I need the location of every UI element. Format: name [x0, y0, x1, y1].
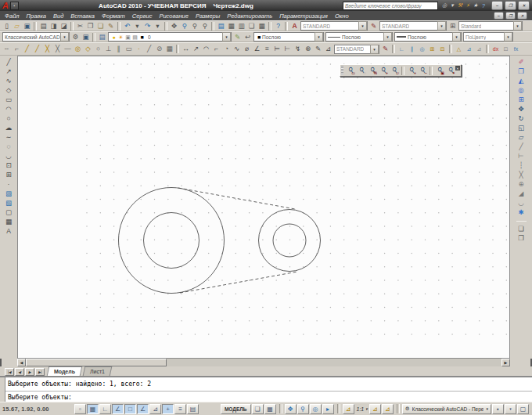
prev-tab-button[interactable]: ◀	[15, 368, 24, 376]
zoom-dynamic-icon[interactable]: ⚲◌	[356, 65, 367, 77]
dim-arc-length-icon[interactable]: ◠	[201, 45, 211, 54]
selected-tangent-line[interactable]	[180, 272, 297, 293]
doc-close-button[interactable]: ✕	[517, 12, 527, 20]
chevron-down-icon[interactable]: ▾	[452, 32, 461, 42]
snap-center-icon[interactable]: ◎	[73, 45, 83, 54]
chevron-down-icon[interactable]: ▾	[315, 32, 323, 42]
point-icon[interactable]: ·	[4, 179, 14, 189]
circle-icon[interactable]: ○	[4, 114, 14, 123]
zoom-out-icon[interactable]: ⚲−	[417, 65, 428, 77]
dynamic-input-toggle[interactable]: +	[162, 404, 174, 414]
menu-view[interactable]: Вид	[53, 13, 63, 20]
toolbar-drag-handle[interactable]	[341, 66, 343, 75]
zoom-previous-icon[interactable]: ⚲	[200, 21, 210, 31]
layer-properties-icon[interactable]: ▤	[97, 32, 107, 42]
chevron-down-icon[interactable]: ▾	[370, 45, 379, 54]
hatch-icon[interactable]: ▨	[4, 189, 14, 198]
command-prompt-line[interactable]: Выберите объекты:	[8, 394, 529, 401]
tool-palettes-icon[interactable]: ▥	[236, 21, 246, 31]
drawing-svg[interactable]	[18, 56, 511, 359]
lineweight-combo[interactable]: Послою ▾	[394, 32, 462, 42]
extend-icon[interactable]: ⊢	[516, 151, 527, 161]
snap-toggle[interactable]: ▫	[74, 404, 86, 414]
menu-parametric[interactable]: Параметризация	[279, 13, 328, 20]
offset-icon[interactable]: ◎	[516, 85, 527, 95]
chevron-down-icon[interactable]: ▾	[383, 32, 392, 42]
move-icon[interactable]: ✥	[516, 104, 527, 114]
layer-freeze-icon[interactable]: ☀	[117, 32, 124, 42]
chevron-down-icon[interactable]: ▾	[513, 21, 522, 31]
layer-combo[interactable]: ●☀▣▤■ 0 ▾	[108, 32, 232, 42]
chevron-down-icon[interactable]: ▾	[504, 32, 512, 42]
make-object-layer-current-icon[interactable]: ✎	[232, 32, 243, 42]
layer-color-swatch[interactable]: ■	[138, 32, 146, 42]
insert-block-icon[interactable]: ⊡	[4, 161, 14, 170]
polar-tracking-toggle[interactable]: ∠	[112, 404, 124, 414]
dimension-style-icon[interactable]: ✎	[380, 45, 390, 54]
scroll-right-icon[interactable]: ▶	[501, 359, 510, 366]
revision-cloud-icon[interactable]: ☁	[4, 123, 14, 132]
redo-dropdown[interactable]: ▾	[153, 21, 163, 31]
snap-nearest-icon[interactable]: ╱	[144, 45, 154, 54]
ellipse-arc-icon[interactable]: ◡	[4, 151, 14, 161]
command-window[interactable]: Выберите объекты: найдено: 1, всего: 2 В…	[0, 376, 532, 402]
dim-style-combo[interactable]: STANDARD ▾	[379, 21, 447, 31]
menu-tools[interactable]: Сервис	[132, 13, 153, 20]
snap-apparent-intersection-icon[interactable]: ╳	[52, 45, 63, 54]
break-at-point-icon[interactable]: ┆	[516, 161, 527, 170]
menu-edit[interactable]: Правка	[27, 13, 46, 20]
dimensional-constraint-icon[interactable]: △	[454, 45, 464, 54]
drawing-circle[interactable]	[273, 224, 306, 257]
layer-plot-icon[interactable]: ▤	[131, 32, 138, 42]
quick-properties-toggle[interactable]: ▤	[187, 404, 199, 414]
status-zoom-icon[interactable]: ⚲	[297, 404, 309, 414]
chevron-down-icon[interactable]: ▾	[222, 32, 231, 42]
line-icon[interactable]: ╱	[4, 57, 14, 67]
object-snap-toggle[interactable]: □	[124, 404, 136, 414]
dim-radius-icon[interactable]: ◔	[221, 45, 232, 54]
workspace-settings-icon[interactable]: ⚙	[70, 32, 81, 42]
chamfer-icon[interactable]: ◢	[516, 189, 527, 198]
dimconstraint-aligned-icon[interactable]: ⊿	[464, 45, 474, 54]
zoom-in-icon[interactable]: ⚲+	[406, 65, 417, 77]
dim-angular-icon[interactable]: ∠	[252, 45, 262, 54]
snap-node-icon[interactable]: ·	[134, 45, 144, 54]
chevron-down-icon[interactable]: ▾	[358, 21, 367, 31]
dynamic-ucs-toggle[interactable]: ⊿	[149, 404, 161, 414]
menu-insert[interactable]: Вставка	[70, 13, 95, 20]
dim-continue-icon[interactable]: ⊢	[282, 45, 293, 54]
erase-icon[interactable]: ✐	[516, 57, 527, 67]
dim-ordinate-icon[interactable]: ⌐	[211, 45, 221, 54]
show-motion-icon[interactable]: ▸	[322, 404, 334, 414]
snap-extension-icon[interactable]: —	[63, 45, 73, 54]
temporary-track-point-icon[interactable]: ╌	[2, 45, 12, 54]
polyline-icon[interactable]: ∿	[4, 76, 14, 85]
snap-from-icon[interactable]: ⌐	[12, 45, 22, 54]
mirror-icon[interactable]: ◭	[516, 76, 527, 85]
delete-constraints-icon[interactable]: dx	[491, 45, 501, 54]
save-workspace-icon[interactable]: ▣	[81, 32, 91, 42]
dim-edit-icon[interactable]: ✎	[313, 45, 323, 54]
layer-lock-icon[interactable]: ▣	[124, 32, 131, 42]
parameters-manager-icon[interactable]: fx	[511, 45, 521, 54]
dim-baseline-icon[interactable]: ⊨	[272, 45, 282, 54]
fillet-icon[interactable]: ◡	[516, 198, 527, 208]
drawing-circle[interactable]	[119, 188, 225, 294]
polygon-icon[interactable]: ◇	[4, 85, 14, 95]
menu-draw[interactable]: Рисование	[159, 13, 189, 20]
rectangle-icon[interactable]: ▭	[4, 95, 14, 104]
subscription-center-icon[interactable]: ⚒	[456, 2, 464, 9]
ortho-toggle[interactable]: ∟	[99, 404, 111, 414]
menu-window[interactable]: Окно	[335, 13, 349, 20]
new-file-icon[interactable]: ▯	[2, 21, 12, 31]
selected-tangent-line[interactable]	[178, 188, 295, 209]
snap-none-icon[interactable]: ⊘	[154, 45, 164, 54]
copy-clip-icon[interactable]: ❐	[85, 21, 95, 31]
command-window-grip[interactable]	[0, 377, 5, 402]
horizontal-scrollbar[interactable]: ◀ ▶	[17, 359, 510, 366]
next-tab-button[interactable]: ▶	[25, 368, 34, 376]
first-tab-button[interactable]: |◀	[5, 368, 14, 376]
snap-tangent-icon[interactable]: ○	[93, 45, 103, 54]
zoom-toolbar[interactable]: ⚲▭⚲◌⚲%⚲+⚲▱⚲+⚲−⚲▣⚲✦ ✕	[340, 64, 462, 77]
toolbar-lock-icon[interactable]: ▪	[492, 404, 504, 414]
